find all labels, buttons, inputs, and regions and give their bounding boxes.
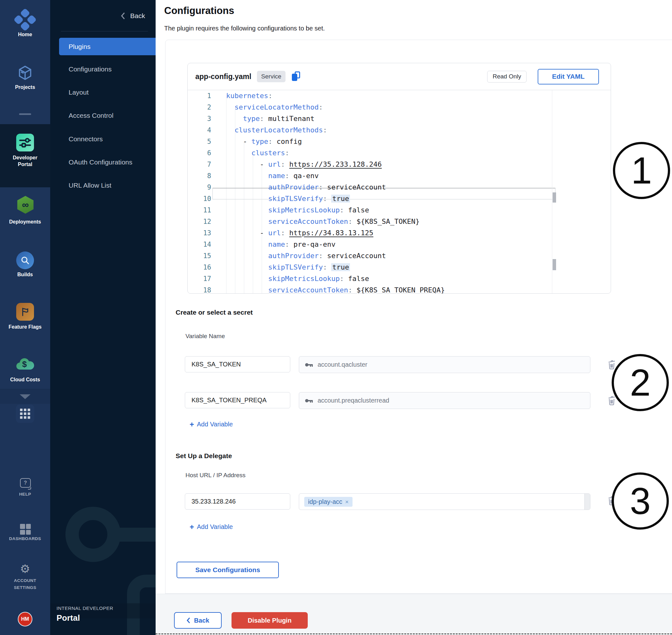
nav-item-plugins[interactable]: Plugins [59, 38, 156, 55]
copy-icon[interactable] [292, 71, 301, 82]
gear-icon[interactable]: ⚙ [0, 563, 50, 575]
deployments-icon[interactable]: ∞ [16, 196, 35, 214]
add-delegate-link[interactable]: + Add Variable [190, 523, 233, 530]
dashboards-icon[interactable] [20, 524, 31, 535]
bottom-dashed-line [156, 633, 672, 634]
key-icon [305, 398, 313, 403]
code-line: 7 - url: https://35.233.128.246 [188, 159, 611, 170]
rail-item-deployments[interactable]: Deployments [0, 218, 50, 225]
line-content: clusters: [226, 149, 289, 157]
line-number: 4 [188, 125, 211, 136]
rail-item-projects[interactable]: Projects [0, 84, 50, 90]
yaml-card-header: app-config.yaml Service Read Only Edit Y… [188, 63, 611, 90]
annotation-circle-3: 3 [612, 473, 669, 530]
add-variable-link[interactable]: + Add Variable [190, 421, 233, 428]
line-content: authProvider: serviceAccount [226, 183, 386, 191]
line-number: 15 [188, 250, 211, 262]
help-icon-tail [28, 487, 31, 489]
tags-input-strip [584, 494, 590, 509]
rail-item-builds[interactable]: Builds [0, 271, 50, 278]
secret-value: account.qacluster [318, 361, 367, 368]
disable-plugin-button[interactable]: Disable Plugin [232, 612, 308, 629]
key-icon [305, 362, 313, 367]
chip-close-icon[interactable]: × [345, 499, 349, 505]
projects-cube-icon[interactable] [16, 64, 34, 82]
line-number: 18 [188, 284, 211, 294]
secret-select[interactable]: account.qacluster [299, 356, 590, 373]
edit-yaml-button[interactable]: Edit YAML [538, 69, 599, 85]
line-content: - url: https://35.233.128.246 [226, 160, 382, 168]
nav-item-url-allow-list[interactable]: URL Allow List [69, 182, 156, 189]
back-link[interactable]: Back [120, 12, 145, 20]
chevron-down-icon [20, 394, 30, 399]
nav-item-access-control[interactable]: Access Control [69, 112, 156, 119]
save-configurations-button[interactable]: Save Configurations [177, 562, 279, 578]
plus-icon: + [190, 421, 194, 428]
rail-item-account-settings[interactable]: ACCOUNT SETTINGS [0, 577, 50, 591]
user-avatar[interactable]: HM [18, 612, 32, 627]
chevron-left-icon [187, 617, 191, 623]
line-number: 16 [188, 262, 211, 273]
line-number: 1 [188, 90, 211, 102]
delegate-tags-input[interactable]: idp-play-acc × [299, 494, 590, 510]
home-icon[interactable] [13, 8, 37, 31]
code-line: 9 authProvider: serviceAccount [188, 182, 611, 193]
plugin-nav-sidebar: Back Plugins Configurations Layout Acces… [50, 0, 156, 635]
line-content: skipMetricsLookup: false [226, 275, 369, 283]
nav-item-configurations[interactable]: Configurations [69, 65, 156, 73]
yaml-editor-card: app-config.yaml Service Read Only Edit Y… [187, 63, 611, 294]
host-url-label: Host URL / IP Address [186, 472, 245, 479]
rail-item-feature-flags[interactable]: Feature Flags [0, 324, 50, 330]
annotation-circle-2: 2 [612, 354, 669, 411]
nav-item-oauth-configurations[interactable]: OAuth Configurations [69, 158, 156, 166]
line-number: 9 [188, 182, 211, 193]
secret-select[interactable]: account.preqaclusterread [299, 392, 590, 409]
rail-item-help[interactable]: HELP [0, 491, 50, 498]
variable-name-input[interactable] [185, 392, 290, 408]
developer-portal-icon[interactable] [16, 134, 34, 151]
yaml-code-area: 1kubernetes: 2 serviceLocatorMethod: 3 t… [188, 90, 611, 294]
nav-footer-label: INTERNAL DEVELOPER [57, 606, 113, 611]
nav-item-connectors[interactable]: Connectors [69, 135, 156, 143]
annotation-circle-1: 1 [613, 142, 670, 199]
code-line: 12 serviceAccountToken: ${K8S_SA_TOKEN} [188, 216, 611, 227]
line-content: skipMetricsLookup: false [226, 206, 369, 214]
line-number: 5 [188, 136, 211, 147]
yaml-filename: app-config.yaml [195, 72, 251, 81]
rail-item-developer-portal[interactable]: Developer Portal [0, 154, 50, 168]
page-title: Configurations [164, 5, 234, 17]
delegate-section-heading: Set Up a Delegate [176, 452, 232, 460]
grid-icon [20, 409, 30, 419]
rail-divider [19, 113, 31, 115]
module-grid-button[interactable] [16, 404, 34, 423]
code-line: 15 authProvider: serviceAccount [188, 250, 611, 262]
rail-collapse-row[interactable] [0, 389, 50, 404]
variable-name-input[interactable] [185, 356, 290, 372]
feature-flags-icon[interactable] [16, 303, 34, 321]
rail-item-cloud-costs[interactable]: Cloud Costs [0, 376, 50, 383]
nav-divider [61, 31, 148, 31]
nav-item-layout[interactable]: Layout [69, 89, 156, 96]
rail-item-dashboards[interactable]: DASHBOARDS [0, 535, 50, 542]
footer-back-button[interactable]: Back [174, 612, 222, 629]
line-content: skipTLSVerify: true [226, 263, 350, 271]
rail-item-home[interactable]: Home [0, 31, 50, 38]
line-number: 6 [188, 147, 211, 159]
code-line: 14 name: pre-qa-env [188, 239, 611, 250]
help-icon[interactable]: ? [20, 478, 31, 488]
line-number: 11 [188, 204, 211, 216]
line-content: - url: https://34.83.13.125 [226, 229, 373, 237]
line-number: 17 [188, 273, 211, 284]
builds-icon[interactable] [16, 251, 34, 269]
line-number: 13 [188, 227, 211, 239]
code-line: 11 skipMetricsLookup: false [188, 204, 611, 216]
line-content: name: qa-env [226, 172, 319, 180]
line-content: type: multiTenant [226, 115, 315, 123]
host-url-input[interactable] [185, 494, 290, 509]
line-number: 10 [188, 193, 211, 204]
code-line: 16 skipTLSVerify: true [188, 262, 611, 273]
chevron-left-icon [120, 12, 126, 20]
cloud-costs-icon[interactable]: $ [15, 356, 35, 372]
app-root: Home Projects Developer Portal ∞ Deploym… [0, 0, 672, 635]
secret-section-heading: Create or select a secret [176, 309, 253, 316]
